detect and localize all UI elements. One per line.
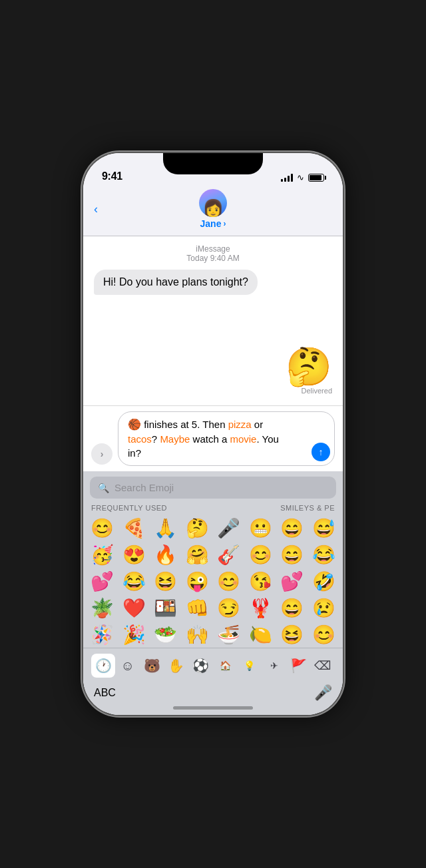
emoji-cell[interactable]: 😏: [214, 594, 244, 621]
send-button[interactable]: ↑: [312, 443, 330, 461]
emoji-grid-row3: 💕 😂 😆 😜 😊 😘 💕 🤣: [83, 568, 343, 594]
back-button[interactable]: ‹: [94, 202, 98, 216]
emoji-cell[interactable]: 🍱: [150, 594, 181, 621]
emoji-cell[interactable]: 🍕: [119, 515, 150, 541]
emoji-cell[interactable]: 🥗: [150, 621, 181, 648]
emoji-cell[interactable]: 😄: [277, 515, 308, 541]
sent-message-bubble: 🤔 Delivered: [286, 348, 332, 395]
input-area: › 🏀 finishes at 5. Then pizza ortacos? M…: [83, 405, 343, 471]
emoji-cell[interactable]: 🎸: [214, 541, 244, 568]
objects-tab-button[interactable]: 🏠: [213, 654, 237, 678]
emoji-cell[interactable]: 🎤: [214, 515, 244, 541]
microphone-icon[interactable]: 🎤: [314, 684, 332, 702]
emoji-cell[interactable]: 😄: [277, 541, 308, 568]
sports-icon: ⚽: [192, 658, 209, 674]
timestamp-label: iMessage Today 9:40 AM: [94, 244, 332, 263]
frequently-used-label: FREQUENTLY USED: [91, 504, 167, 512]
emoji-cell[interactable]: 😊: [309, 621, 339, 648]
hand-icon: ✋: [168, 658, 184, 674]
delivered-label: Delivered: [302, 387, 332, 395]
emoji-cell[interactable]: 😅: [309, 515, 339, 541]
keyboard-toolbar: 🕐 ☺ 🐻 ✋ ⚽ 🏠 💡: [83, 648, 343, 680]
emoji-cell[interactable]: 🔥: [150, 541, 181, 568]
emoji-cell[interactable]: 😜: [182, 568, 213, 594]
expand-button[interactable]: ›: [91, 443, 112, 465]
emoji-cell[interactable]: 🦞: [246, 594, 276, 621]
emoji-cell[interactable]: 💕: [87, 568, 118, 594]
abc-label[interactable]: ABC: [94, 687, 116, 699]
flag-tab-button[interactable]: 🚩: [286, 654, 310, 678]
emoji-cell[interactable]: 🪴: [87, 594, 118, 621]
delete-icon: ⌫: [314, 658, 331, 673]
emoji-cell[interactable]: 🤣: [309, 568, 339, 594]
status-icons: ∿: [281, 172, 324, 182]
input-text-1: finishes at 5. Then: [141, 419, 228, 430]
nav-header: ‹ 👩 Jane ›: [83, 186, 343, 236]
message-input[interactable]: 🏀 finishes at 5. Then pizza ortacos? May…: [118, 411, 335, 466]
input-highlight-movie: movie: [230, 433, 256, 445]
keyboard-bottom-bar: ABC 🎤: [83, 680, 343, 715]
emoji-grid-row1: 😊 🍕 🙏 🤔 🎤 😬 😄 😅: [83, 515, 343, 541]
emoji-cell[interactable]: 😬: [246, 515, 276, 541]
emoji-cell[interactable]: 👊: [182, 594, 213, 621]
emoji-cell[interactable]: 🍋: [246, 621, 276, 648]
emoji-cell[interactable]: 😍: [119, 541, 150, 568]
search-icon: 🔍: [98, 483, 109, 493]
emoji-grid-row4: 🪴 ❤️ 🍱 👊 😏 🦞 😄 😢: [83, 594, 343, 621]
home-indicator: [173, 706, 253, 710]
emoji-cell[interactable]: 🤗: [182, 541, 213, 568]
animal-icon: 🐻: [144, 658, 160, 674]
emoji-cell[interactable]: 🎉: [119, 621, 150, 648]
emoji-cell[interactable]: 💕: [277, 568, 308, 594]
emoji-cell[interactable]: 🍜: [214, 621, 244, 648]
emoji-cell[interactable]: 🙌: [182, 621, 213, 648]
emoji-section-header: FREQUENTLY USED SMILEYS & PE: [83, 504, 343, 515]
input-emoji: 🏀: [128, 419, 141, 430]
emoji-cell[interactable]: 😂: [309, 541, 339, 568]
input-text-2: or: [252, 419, 264, 430]
emoji-cell[interactable]: 😂: [119, 568, 150, 594]
emoji-grid-row2: 🥳 😍 🔥 🤗 🎸 😊 😄 😂: [83, 541, 343, 568]
emoji-cell[interactable]: 😊: [246, 541, 276, 568]
search-placeholder: Search Emoji: [114, 482, 174, 493]
emoji-cell[interactable]: ❤️: [119, 594, 150, 621]
recent-tab-button[interactable]: 🕐: [91, 654, 115, 678]
emoji-cell[interactable]: 😢: [309, 594, 339, 621]
travel-tab-button[interactable]: ✈: [262, 654, 286, 678]
wifi-icon: ∿: [297, 172, 304, 182]
chevron-right-icon: ›: [223, 219, 226, 228]
send-icon: ↑: [319, 447, 323, 457]
emoji-cell[interactable]: 😊: [214, 568, 244, 594]
signal-icon: [281, 174, 293, 182]
emoji-cell[interactable]: 🥳: [87, 541, 118, 568]
animal-tab-button[interactable]: 🐻: [140, 654, 164, 678]
battery-icon: [308, 174, 324, 182]
emoji-cell[interactable]: 😊: [87, 515, 118, 541]
emoji-cell[interactable]: 🙏: [150, 515, 181, 541]
recent-icon: 🕐: [95, 658, 112, 674]
avatar: 👩: [199, 189, 227, 217]
hand-tab-button[interactable]: ✋: [164, 654, 188, 678]
smileys-label: SMILEYS & PE: [280, 504, 335, 512]
delete-button[interactable]: ⌫: [311, 654, 335, 678]
emoji-cell[interactable]: 😆: [150, 568, 181, 594]
symbols-tab-button[interactable]: 💡: [238, 654, 262, 678]
objects-icon: 🏠: [220, 660, 231, 671]
input-highlight-tacos: tacos: [128, 433, 152, 445]
symbols-icon: 💡: [244, 660, 255, 671]
time-label: Today 9:40 AM: [94, 254, 332, 263]
emoji-cell[interactable]: 😆: [277, 621, 308, 648]
received-message-bubble: Hi! Do you have plans tonight?: [94, 270, 258, 295]
contact-info[interactable]: 👩 Jane ›: [199, 189, 227, 229]
emoji-cell[interactable]: 🪅: [87, 621, 118, 648]
sent-emoji: 🤔: [286, 348, 332, 385]
emoji-search-bar[interactable]: 🔍 Search Emoji: [90, 477, 336, 499]
chat-area: iMessage Today 9:40 AM Hi! Do you have p…: [83, 236, 343, 405]
smiley-tab-button[interactable]: ☺: [116, 654, 140, 678]
flag-icon: 🚩: [290, 658, 307, 674]
sports-tab-button[interactable]: ⚽: [189, 654, 213, 678]
input-highlight-maybe: Maybe: [160, 433, 190, 445]
emoji-cell[interactable]: 🤔: [182, 515, 213, 541]
emoji-cell[interactable]: 😄: [277, 594, 308, 621]
emoji-cell[interactable]: 😘: [246, 568, 276, 594]
